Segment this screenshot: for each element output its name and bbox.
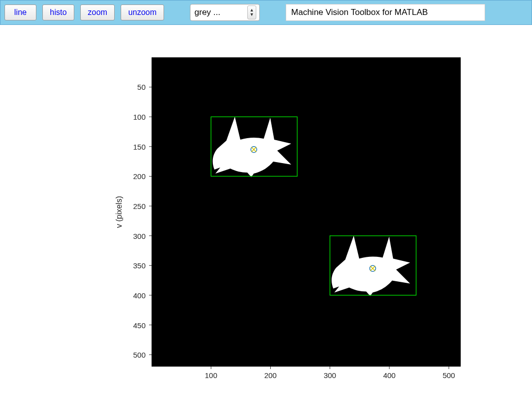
ytick-500: 500 bbox=[133, 351, 145, 359]
dropdown-stepper-icon: ▲▼ bbox=[247, 5, 256, 19]
plot-area: 50 100 150 200 250 300 350 400 450 500 bbox=[0, 25, 532, 399]
y-axis-label: v (pixels) bbox=[115, 196, 123, 228]
ytick-350: 350 bbox=[133, 261, 145, 270]
zoom-button[interactable]: zoom bbox=[80, 4, 115, 20]
xtick-100: 100 bbox=[204, 371, 217, 380]
ytick-150: 150 bbox=[133, 143, 145, 151]
image-canvas bbox=[152, 57, 461, 367]
histo-button[interactable]: histo bbox=[42, 4, 74, 20]
ytick-300: 300 bbox=[133, 232, 145, 240]
ytick-50: 50 bbox=[137, 83, 146, 91]
line-button[interactable]: line bbox=[4, 4, 36, 20]
colormap-selected-label: grey ... bbox=[194, 7, 255, 17]
toolbar: line histo zoom unzoom grey ... ▲▼ bbox=[0, 0, 532, 25]
y-axis-ticks: 50 100 150 200 250 300 350 400 450 500 bbox=[133, 83, 151, 359]
ytick-450: 450 bbox=[133, 321, 145, 330]
x-axis-label: u (pixels) bbox=[290, 383, 322, 384]
unzoom-button[interactable]: unzoom bbox=[121, 4, 164, 20]
ytick-250: 250 bbox=[133, 202, 145, 210]
ytick-400: 400 bbox=[133, 291, 145, 300]
ytick-100: 100 bbox=[133, 113, 145, 121]
xtick-500: 500 bbox=[442, 371, 455, 380]
xtick-400: 400 bbox=[383, 371, 395, 380]
colormap-dropdown[interactable]: grey ... ▲▼ bbox=[190, 4, 260, 21]
xtick-300: 300 bbox=[324, 371, 336, 380]
title-field[interactable] bbox=[286, 4, 485, 21]
xtick-200: 200 bbox=[264, 371, 276, 380]
image-plot[interactable]: 50 100 150 200 250 300 350 400 450 500 bbox=[42, 25, 491, 384]
x-axis-ticks: 100 200 300 400 500 bbox=[204, 367, 455, 380]
ytick-200: 200 bbox=[133, 172, 145, 181]
